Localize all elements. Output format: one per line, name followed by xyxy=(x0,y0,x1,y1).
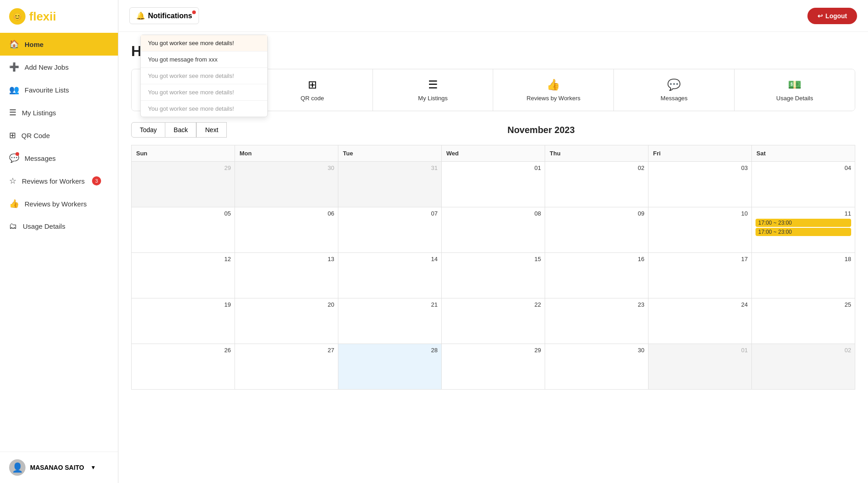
calendar-cell-08: 08 xyxy=(442,207,545,253)
avatar: 👤 xyxy=(9,459,26,476)
qa-label-my-listings: My Listings xyxy=(418,95,448,102)
calendar-cell-24: 24 xyxy=(648,298,752,344)
cal-day-number: 05 xyxy=(135,210,231,217)
calendar-cell-01: 01 xyxy=(442,162,545,207)
calendar-cell-31: 31 xyxy=(338,162,442,207)
calendar-table: SunMonTueWedThuFriSat 293031010203040506… xyxy=(131,145,855,390)
cal-day-number: 19 xyxy=(135,301,231,308)
calendar-header: SunMonTueWedThuFriSat xyxy=(132,145,855,162)
calendar-cell-16: 16 xyxy=(545,253,648,298)
calendar-cell-28: 28 xyxy=(338,344,442,390)
sidebar-item-reviews-for-workers[interactable]: ☆ Reviews for Workers3 xyxy=(0,170,118,192)
calendar-cell-01: 01 xyxy=(648,344,752,390)
my-listings-qa-icon: ☰ xyxy=(428,78,438,91)
sidebar-item-reviews-by-workers[interactable]: 👍 Reviews by Workers xyxy=(0,192,118,215)
my-listings-icon: ☰ xyxy=(9,108,16,118)
cal-day-number: 18 xyxy=(756,256,851,262)
calendar-cell-03: 03 xyxy=(648,162,752,207)
sidebar-item-my-listings[interactable]: ☰ My Listings xyxy=(0,101,118,124)
calendar-cell-29: 29 xyxy=(132,162,235,207)
cal-day-number: 01 xyxy=(445,164,541,171)
cal-day-number: 02 xyxy=(549,164,644,171)
badge-reviews-for-workers: 3 xyxy=(92,176,101,185)
calendar-row-1: 0506070809101117:00 ~ 23:0017:00 ~ 23:00 xyxy=(132,207,855,253)
calendar-event[interactable]: 17:00 ~ 23:00 xyxy=(756,219,851,227)
cal-header-tue: Tue xyxy=(338,145,442,162)
qr-code-qa-icon: ⊞ xyxy=(308,78,317,91)
logout-button[interactable]: ↩ Logout xyxy=(807,8,857,24)
calendar-cell-14: 14 xyxy=(338,253,442,298)
calendar-cell-05: 05 xyxy=(132,207,235,253)
cal-header-fri: Fri xyxy=(648,145,752,162)
sidebar-item-messages[interactable]: 💬 Messages xyxy=(0,147,118,170)
calendar-cell-21: 21 xyxy=(338,298,442,344)
logo[interactable]: 😊 flexii xyxy=(0,0,118,33)
cal-day-number: 22 xyxy=(445,301,541,308)
cal-day-number: 12 xyxy=(135,256,231,262)
reviews-by-workers-icon: 👍 xyxy=(9,199,19,209)
notifications-label: Notifications xyxy=(148,12,192,20)
notification-item: You got worker see more details! xyxy=(141,84,267,101)
notifications-dropdown: You got worker see more details!You got … xyxy=(140,35,268,117)
qa-label-messages: Messages xyxy=(661,95,688,102)
cal-day-number: 08 xyxy=(445,210,541,217)
quick-action-usage-details[interactable]: 💵 Usage Details xyxy=(735,69,855,111)
calendar-cell-06: 06 xyxy=(235,207,338,253)
calendar-cell-27: 27 xyxy=(235,344,338,390)
usage-details-qa-icon: 💵 xyxy=(788,78,802,91)
cal-day-number: 09 xyxy=(549,210,644,217)
sidebar-label-usage-details: Usage Details xyxy=(23,222,65,230)
calendar-cell-30: 30 xyxy=(235,162,338,207)
sidebar-item-qr-code[interactable]: ⊞ QR Code xyxy=(0,124,118,147)
sidebar-label-qr-code: QR Code xyxy=(21,132,50,139)
cal-day-number: 24 xyxy=(652,301,748,308)
qr-code-icon: ⊞ xyxy=(9,130,16,140)
back-button[interactable]: Back xyxy=(165,122,196,138)
sidebar-item-home[interactable]: 🏠 Home xyxy=(0,33,118,56)
sidebar-user[interactable]: 👤 MASANAO SAITO ▼ xyxy=(0,452,118,483)
cal-day-number: 10 xyxy=(652,210,748,217)
sidebar-label-add-new-jobs: Add New Jobs xyxy=(25,63,69,71)
cal-day-number: 25 xyxy=(756,301,851,308)
cal-day-number: 26 xyxy=(135,347,231,354)
calendar-cell-07: 07 xyxy=(338,207,442,253)
quick-action-reviews-by-workers[interactable]: 👍 Reviews by Workers xyxy=(493,69,614,111)
calendar-header-row: SunMonTueWedThuFriSat xyxy=(132,145,855,162)
calendar-cell-04: 04 xyxy=(752,162,855,207)
today-button[interactable]: Today xyxy=(131,122,165,138)
calendar-event[interactable]: 17:00 ~ 23:00 xyxy=(756,228,851,236)
qa-label-usage-details: Usage Details xyxy=(776,95,813,102)
calendar-cell-19: 19 xyxy=(132,298,235,344)
calendar-row-0: 29303101020304 xyxy=(132,162,855,207)
quick-action-my-listings[interactable]: ☰ My Listings xyxy=(373,69,494,111)
cal-day-number: 30 xyxy=(549,347,644,354)
cal-day-number: 13 xyxy=(239,256,334,262)
home-icon: 🏠 xyxy=(9,39,19,49)
calendar-cell-25: 25 xyxy=(752,298,855,344)
calendar-cell-26: 26 xyxy=(132,344,235,390)
cal-day-number: 29 xyxy=(445,347,541,354)
quick-action-messages[interactable]: 💬 Messages xyxy=(614,69,735,111)
notification-item: You got worker see more details! xyxy=(141,68,267,84)
sidebar-item-favourite-lists[interactable]: 👥 Favourite Lists xyxy=(0,78,118,101)
calendar-cell-23: 23 xyxy=(545,298,648,344)
cal-day-number: 29 xyxy=(135,164,231,171)
calendar-title: November 2023 xyxy=(227,125,855,135)
bell-icon: 🔔 xyxy=(136,11,145,20)
next-button[interactable]: Next xyxy=(196,122,227,138)
cal-day-number: 28 xyxy=(342,347,438,354)
favourite-lists-icon: 👥 xyxy=(9,85,19,95)
cal-header-sun: Sun xyxy=(132,145,235,162)
calendar-cell-22: 22 xyxy=(442,298,545,344)
quick-action-qr-code[interactable]: ⊞ QR code xyxy=(252,69,373,111)
sidebar-item-add-new-jobs[interactable]: ➕ Add New Jobs xyxy=(0,56,118,78)
calendar-row-2: 12131415161718 xyxy=(132,253,855,298)
sidebar-label-reviews-for-workers: Reviews for Workers xyxy=(22,177,85,185)
notifications-button[interactable]: 🔔 Notifications xyxy=(129,7,199,24)
cal-day-number: 15 xyxy=(445,256,541,262)
sidebar-item-usage-details[interactable]: 🗂 Usage Details xyxy=(0,215,118,237)
user-name: MASANAO SAITO xyxy=(30,464,84,471)
topbar: 🔔 Notifications You got worker see more … xyxy=(118,0,868,32)
calendar-cell-02: 02 xyxy=(752,344,855,390)
sidebar-label-messages: Messages xyxy=(25,154,56,162)
